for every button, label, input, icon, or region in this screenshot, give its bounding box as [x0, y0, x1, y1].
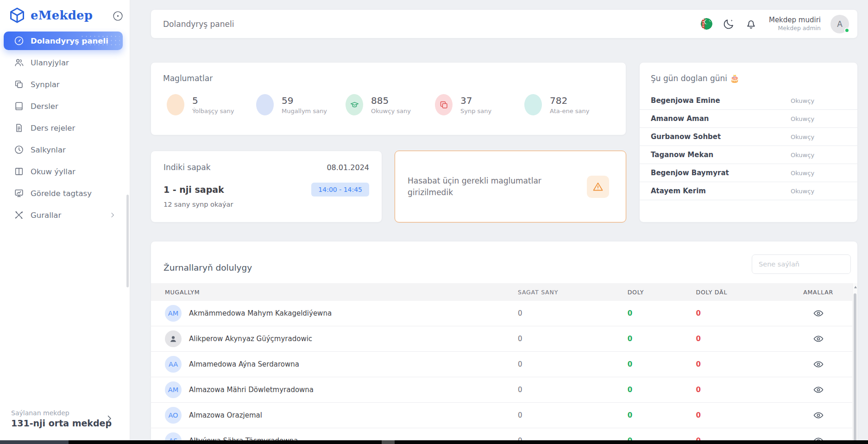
stat-label: Synp sany: [460, 108, 491, 114]
stat-label: Ýolbaşçy sany: [192, 108, 234, 114]
teacher-name: Almazowa Orazjemal: [189, 411, 262, 419]
birthday-person-name: Begenjow Baymyrat: [651, 169, 791, 177]
stat-label: Ata-ene sany: [550, 108, 589, 114]
view-eye-icon[interactable]: [813, 410, 824, 421]
stat-bubble-icon: [256, 94, 274, 115]
view-eye-icon[interactable]: [813, 333, 824, 344]
nav-item-icon: [14, 145, 24, 155]
table-row: Alikperow Akynyaz Güýçmyradowic 0 0 0: [151, 326, 857, 352]
column-header-teacher: Mugallym: [151, 289, 518, 296]
chevron-right-icon: [109, 211, 116, 219]
sidebar-nav-item[interactable]: Gurallar: [4, 206, 123, 224]
birthday-row: Amanow Aman Okuwçy: [640, 110, 857, 128]
nav-item-label: Dersler: [31, 102, 58, 111]
scroll-up-arrow[interactable]: [854, 286, 857, 288]
birthday-person-role: Okuwçy: [791, 170, 846, 177]
column-header-actions: Amallar: [779, 289, 857, 296]
language-flag-icon[interactable]: [700, 18, 713, 30]
stat-value: 782: [550, 95, 589, 106]
sidebar-nav-item[interactable]: Görelde tagtasy: [4, 184, 123, 203]
stat-value: 5: [192, 95, 234, 106]
teacher-avatar: AA: [165, 356, 182, 373]
birthday-person-role: Okuwçy: [791, 188, 846, 195]
app-logo[interactable]: eMekdep: [8, 6, 93, 24]
birthday-row: Taganow Mekan Okuwçy: [640, 146, 857, 164]
view-eye-icon[interactable]: [813, 384, 824, 395]
journal-table-header: Mugallym Sagat sany Doly Doly däl Amalla…: [151, 283, 857, 301]
next-lesson-title: Indiki sapak: [164, 163, 211, 172]
journal-table-body: AM Akmämmedowa Mahym Kakageldiýewna 0 0 …: [151, 301, 857, 444]
stat-label: Okuwçy sany: [371, 108, 411, 114]
birthday-person-name: Atayem Kerim: [651, 187, 791, 195]
full-count: 0: [628, 335, 696, 343]
top-header-bar: Dolandyryş paneli: [151, 9, 858, 38]
teacher-name: Almamedowa Aýna Serdarowna: [189, 360, 299, 368]
chevron-right-icon: [109, 37, 116, 44]
notifications-bell-icon[interactable]: [745, 18, 757, 30]
not-full-count: 0: [696, 360, 779, 368]
journal-title: Žurnallaryň dolulygy: [164, 263, 252, 273]
report-warning-card: Hasabat üçin gerekli maglumatlar girizil…: [395, 151, 626, 222]
teacher-avatar: AM: [165, 381, 182, 398]
date-picker-input[interactable]: [752, 254, 851, 274]
table-scrollbar[interactable]: [852, 283, 857, 444]
warning-text: Hasabat üçin gerekli maglumatlar girizil…: [408, 175, 560, 198]
sidebar: eMekdep Dolandyryş paneli Ulanyjylar: [0, 0, 130, 440]
birthday-person-name: Amanow Aman: [651, 114, 791, 123]
birthday-row: Begenjow Baymyrat Okuwçy: [640, 164, 857, 182]
sidebar-nav-item[interactable]: Synplar: [4, 75, 123, 94]
stat-value: 59: [282, 95, 327, 106]
chevron-right-icon: [109, 168, 116, 175]
nav-item-icon: [14, 210, 24, 220]
chevron-right-icon: [105, 414, 114, 423]
chevron-right-icon: [109, 190, 116, 197]
table-scrollbar-thumb[interactable]: [854, 293, 856, 444]
stat-bubble-icon: [435, 94, 453, 115]
sidebar-nav-item[interactable]: Okuw ýyllar: [4, 162, 123, 181]
sidebar-scrollbar[interactable]: [126, 195, 129, 287]
header-controls: Mekdep mudiri Mekdep admin A: [700, 15, 849, 33]
sidebar-nav-item[interactable]: Salkynlar: [4, 140, 123, 159]
stats-row: 5 Ýolbaşçy sany 59 Mugallym sany 885: [163, 94, 614, 115]
dark-mode-toggle-moon-icon[interactable]: [723, 18, 735, 30]
chevron-right-icon: [109, 146, 116, 153]
table-row: AA Almamedowa Aýna Serdarowna 0 0 0: [151, 352, 857, 377]
journal-completeness-card: Žurnallaryň dolulygy Mugallym Sagat sany…: [151, 241, 858, 444]
birthdays-title: Şu gün doglan güni 🎂: [640, 74, 857, 83]
sidebar-collapse-icon[interactable]: [112, 10, 124, 22]
sidebar-nav-item[interactable]: Dersler: [4, 97, 123, 115]
user-menu[interactable]: Mekdep mudiri Mekdep admin: [769, 16, 821, 32]
column-header-hours: Sagat sany: [518, 289, 628, 296]
next-lesson-time-chip: 14:00 - 14:45: [311, 183, 369, 197]
sidebar-nav-item[interactable]: Ders rejeler: [4, 119, 123, 137]
nav-item-icon: [14, 36, 24, 46]
sidebar-nav-item[interactable]: Dolandyryş paneli: [4, 32, 123, 50]
hours-count: 0: [518, 411, 628, 419]
column-header-full: Doly: [628, 289, 696, 296]
full-count: 0: [628, 386, 696, 394]
teacher-avatar: AM: [165, 305, 182, 322]
birthday-person-name: Begenjowa Emine: [651, 96, 791, 105]
birthday-person-role: Okuwçy: [791, 97, 846, 104]
teacher-avatar: [165, 330, 182, 347]
user-avatar[interactable]: A: [830, 15, 849, 33]
chevron-right-icon: [109, 81, 116, 88]
bottom-window-edge: [0, 440, 868, 444]
sidebar-nav-item[interactable]: Ulanyjylar: [4, 53, 123, 72]
teacher-name: Alikperow Akynyaz Güýçmyradowic: [189, 335, 312, 343]
birthday-row: Gurbanow Sohbet Okuwçy: [640, 128, 857, 146]
teacher-avatar: AO: [165, 407, 182, 424]
nav-item-icon: [14, 166, 24, 177]
hours-count: 0: [518, 309, 628, 317]
full-count: 0: [628, 360, 696, 368]
stat-item: 885 Okuwçy sany: [346, 94, 435, 115]
nav-item-icon: [14, 123, 24, 133]
view-eye-icon[interactable]: [813, 308, 824, 319]
view-eye-icon[interactable]: [813, 359, 824, 370]
next-lesson-date: 08.01.2024: [327, 163, 369, 172]
stat-value: 37: [460, 95, 491, 106]
nav-item-label: Dolandyryş paneli: [31, 37, 108, 45]
school-switcher[interactable]: Saýlanan mekdep 131-nji orta mekdep: [11, 409, 120, 428]
dashboard-page: eMekdep Dolandyryş paneli Ulanyjylar: [0, 0, 868, 444]
full-count: 0: [628, 309, 696, 317]
